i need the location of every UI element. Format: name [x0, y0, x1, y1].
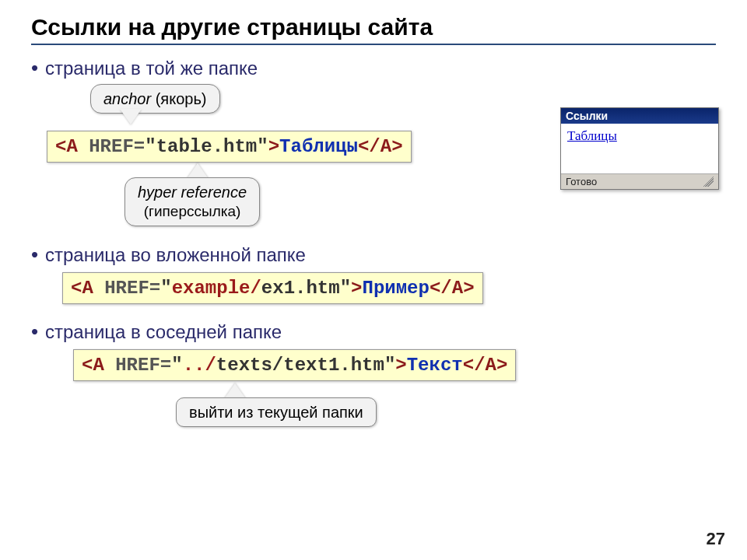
callout-up-tail [224, 383, 246, 399]
browser-preview: Ссылки Таблицы Готово [560, 107, 719, 190]
code-sibling-folder: <A HREF="../texts/text1.htm">Текст</A> [73, 349, 516, 381]
callout-href-tail [187, 163, 209, 179]
callout-anchor-tail [120, 109, 142, 124]
callout-href: hyper reference (гиперссылка) [124, 177, 260, 226]
callout-anchor: anchor (якорь) [90, 84, 220, 114]
slide-title: Ссылки на другие страницы сайта [31, 14, 716, 40]
callout-href-em: hyper reference [138, 184, 247, 201]
code-subfolder: <A HREF="example/ex1.htm">Пример</A> [62, 272, 483, 304]
callout-updir-text: выйти из текущей папки [189, 404, 363, 421]
resize-grip-icon [703, 176, 714, 187]
callout-anchor-em: anchor [103, 90, 151, 107]
callout-updir: выйти из текущей папки [176, 397, 377, 427]
callout-anchor-rest: (якорь) [151, 90, 206, 107]
browser-title: Ссылки [566, 110, 608, 122]
code-same-folder: <A HREF="table.htm">Таблицы</A> [47, 131, 412, 163]
bullet-same-folder: страница в той же папке [31, 58, 716, 79]
browser-titlebar: Ссылки [561, 108, 718, 124]
title-rule [31, 44, 716, 45]
bullet-subfolder: страница во вложенной папке [31, 244, 716, 266]
callout-href-sub: (гиперссылка) [144, 203, 241, 219]
bullet-sibling-folder: страница в соседней папке [31, 321, 716, 343]
browser-link[interactable]: Таблицы [567, 128, 617, 143]
browser-content: Таблицы [561, 124, 718, 173]
browser-status-text: Готово [566, 176, 597, 187]
browser-statusbar: Готово [561, 173, 718, 189]
page-number: 27 [707, 529, 725, 549]
